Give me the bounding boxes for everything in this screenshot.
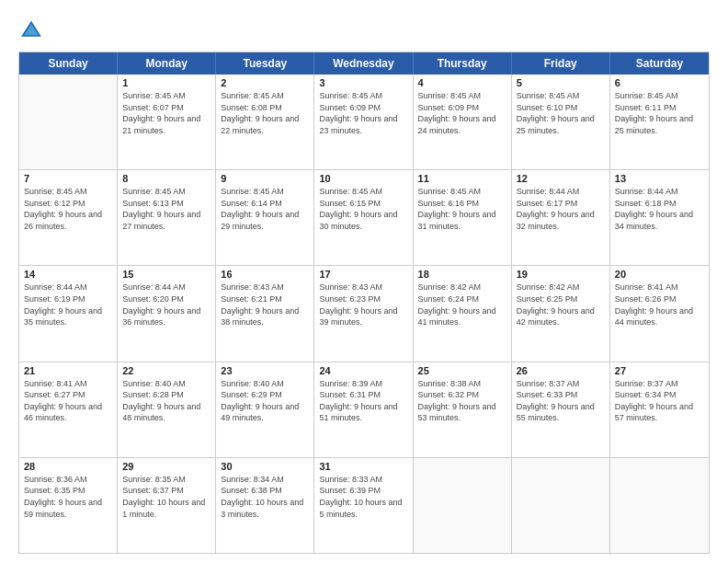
day-info: Sunrise: 8:44 AMSunset: 6:19 PMDaylight:… [24,282,112,327]
calendar-body: 1Sunrise: 8:45 AMSunset: 6:07 PMDaylight… [19,75,709,553]
day-info: Sunrise: 8:45 AMSunset: 6:15 PMDaylight:… [319,186,407,232]
day-info: Sunrise: 8:45 AMSunset: 6:07 PMDaylight:… [122,90,210,136]
day-number: 26 [517,365,605,376]
cal-cell: 19Sunrise: 8:42 AMSunset: 6:25 PMDayligh… [512,266,610,361]
day-info: Sunrise: 8:45 AMSunset: 6:13 PMDaylight:… [122,186,210,232]
header [18,17,710,42]
day-number: 10 [319,173,407,184]
day-info: Sunrise: 8:35 AMSunset: 6:37 PMDaylight:… [122,474,210,520]
day-info: Sunrise: 8:39 AMSunset: 6:31 PMDaylight:… [319,378,407,424]
cal-week-5: 28Sunrise: 8:36 AMSunset: 6:35 PMDayligh… [19,458,709,553]
day-number: 22 [122,365,210,376]
day-number: 1 [122,77,210,88]
calendar: SundayMondayTuesdayWednesdayThursdayFrid… [18,52,710,554]
cal-cell: 24Sunrise: 8:39 AMSunset: 6:31 PMDayligh… [314,362,413,457]
day-info: Sunrise: 8:34 AMSunset: 6:38 PMDaylight:… [221,474,309,520]
cal-cell: 4Sunrise: 8:45 AMSunset: 6:09 PMDaylight… [414,75,512,169]
day-number: 30 [221,461,309,472]
day-info: Sunrise: 8:44 AMSunset: 6:17 PMDaylight:… [517,186,605,232]
cal-cell: 25Sunrise: 8:38 AMSunset: 6:32 PMDayligh… [414,362,512,457]
cal-cell: 9Sunrise: 8:45 AMSunset: 6:14 PMDaylight… [216,170,314,265]
cal-cell: 1Sunrise: 8:45 AMSunset: 6:07 PMDaylight… [118,75,216,169]
day-info: Sunrise: 8:42 AMSunset: 6:25 PMDaylight:… [517,282,605,327]
cal-week-3: 14Sunrise: 8:44 AMSunset: 6:19 PMDayligh… [19,266,709,362]
day-number: 8 [122,173,210,184]
cal-header-thursday: Thursday [414,52,512,75]
day-number: 5 [517,77,605,88]
day-number: 20 [615,269,704,280]
day-number: 7 [24,173,112,184]
cal-header-wednesday: Wednesday [314,52,413,75]
day-info: Sunrise: 8:45 AMSunset: 6:16 PMDaylight:… [418,186,506,232]
cal-cell [19,75,118,169]
day-number: 17 [319,269,407,280]
day-info: Sunrise: 8:45 AMSunset: 6:12 PMDaylight:… [24,186,112,232]
cal-cell: 8Sunrise: 8:45 AMSunset: 6:13 PMDaylight… [118,170,216,265]
day-info: Sunrise: 8:45 AMSunset: 6:11 PMDaylight:… [615,90,704,136]
day-info: Sunrise: 8:45 AMSunset: 6:08 PMDaylight:… [221,90,309,136]
cal-cell: 11Sunrise: 8:45 AMSunset: 6:16 PMDayligh… [414,170,512,265]
day-number: 11 [418,173,506,184]
day-number: 25 [418,365,506,376]
cal-week-1: 1Sunrise: 8:45 AMSunset: 6:07 PMDaylight… [19,75,709,170]
cal-cell: 17Sunrise: 8:43 AMSunset: 6:23 PMDayligh… [314,266,413,361]
cal-header-monday: Monday [118,52,216,75]
cal-cell: 15Sunrise: 8:44 AMSunset: 6:20 PMDayligh… [118,266,216,361]
logo [18,17,48,42]
cal-cell: 2Sunrise: 8:45 AMSunset: 6:08 PMDaylight… [216,75,314,169]
cal-cell: 21Sunrise: 8:41 AMSunset: 6:27 PMDayligh… [19,362,118,457]
day-info: Sunrise: 8:40 AMSunset: 6:29 PMDaylight:… [221,378,309,424]
day-info: Sunrise: 8:43 AMSunset: 6:23 PMDaylight:… [319,282,407,327]
day-info: Sunrise: 8:33 AMSunset: 6:39 PMDaylight:… [319,474,407,520]
cal-cell: 26Sunrise: 8:37 AMSunset: 6:33 PMDayligh… [512,362,610,457]
cal-cell: 7Sunrise: 8:45 AMSunset: 6:12 PMDaylight… [19,170,118,265]
day-number: 15 [122,269,210,280]
day-number: 4 [418,77,506,88]
day-info: Sunrise: 8:42 AMSunset: 6:24 PMDaylight:… [418,282,506,327]
cal-cell: 14Sunrise: 8:44 AMSunset: 6:19 PMDayligh… [19,266,118,361]
cal-header-saturday: Saturday [610,52,709,75]
cal-week-2: 7Sunrise: 8:45 AMSunset: 6:12 PMDaylight… [19,170,709,266]
cal-cell: 10Sunrise: 8:45 AMSunset: 6:15 PMDayligh… [314,170,413,265]
day-number: 12 [517,173,605,184]
day-info: Sunrise: 8:38 AMSunset: 6:32 PMDaylight:… [418,378,506,424]
day-number: 28 [24,461,112,472]
cal-cell: 27Sunrise: 8:37 AMSunset: 6:34 PMDayligh… [610,362,709,457]
day-info: Sunrise: 8:41 AMSunset: 6:26 PMDaylight:… [615,282,704,327]
day-info: Sunrise: 8:36 AMSunset: 6:35 PMDaylight:… [24,474,112,520]
cal-cell: 31Sunrise: 8:33 AMSunset: 6:39 PMDayligh… [314,458,413,553]
cal-cell: 16Sunrise: 8:43 AMSunset: 6:21 PMDayligh… [216,266,314,361]
cal-week-4: 21Sunrise: 8:41 AMSunset: 6:27 PMDayligh… [19,362,709,458]
cal-header-friday: Friday [512,52,610,75]
day-number: 2 [221,77,309,88]
cal-cell: 5Sunrise: 8:45 AMSunset: 6:10 PMDaylight… [512,75,610,169]
day-info: Sunrise: 8:45 AMSunset: 6:09 PMDaylight:… [319,90,407,136]
cal-cell: 23Sunrise: 8:40 AMSunset: 6:29 PMDayligh… [216,362,314,457]
day-number: 14 [24,269,112,280]
cal-cell: 22Sunrise: 8:40 AMSunset: 6:28 PMDayligh… [118,362,216,457]
day-info: Sunrise: 8:41 AMSunset: 6:27 PMDaylight:… [24,378,112,424]
calendar-header-row: SundayMondayTuesdayWednesdayThursdayFrid… [19,52,709,75]
cal-cell: 18Sunrise: 8:42 AMSunset: 6:24 PMDayligh… [414,266,512,361]
day-info: Sunrise: 8:44 AMSunset: 6:20 PMDaylight:… [122,282,210,327]
day-number: 19 [517,269,605,280]
day-info: Sunrise: 8:45 AMSunset: 6:14 PMDaylight:… [221,186,309,232]
day-info: Sunrise: 8:37 AMSunset: 6:34 PMDaylight:… [615,378,704,424]
cal-cell: 29Sunrise: 8:35 AMSunset: 6:37 PMDayligh… [118,458,216,553]
day-number: 29 [122,461,210,472]
page: SundayMondayTuesdayWednesdayThursdayFrid… [0,0,728,563]
cal-cell: 3Sunrise: 8:45 AMSunset: 6:09 PMDaylight… [314,75,413,169]
cal-cell: 13Sunrise: 8:44 AMSunset: 6:18 PMDayligh… [610,170,709,265]
cal-cell: 30Sunrise: 8:34 AMSunset: 6:38 PMDayligh… [216,458,314,553]
day-number: 31 [319,461,407,472]
day-info: Sunrise: 8:44 AMSunset: 6:18 PMDaylight:… [615,186,704,232]
day-number: 6 [615,77,704,88]
day-info: Sunrise: 8:45 AMSunset: 6:09 PMDaylight:… [418,90,506,136]
cal-cell: 12Sunrise: 8:44 AMSunset: 6:17 PMDayligh… [512,170,610,265]
day-number: 23 [221,365,309,376]
cal-cell: 28Sunrise: 8:36 AMSunset: 6:35 PMDayligh… [19,458,118,553]
day-number: 9 [221,173,309,184]
logo-icon [18,17,44,42]
day-number: 18 [418,269,506,280]
day-number: 24 [319,365,407,376]
